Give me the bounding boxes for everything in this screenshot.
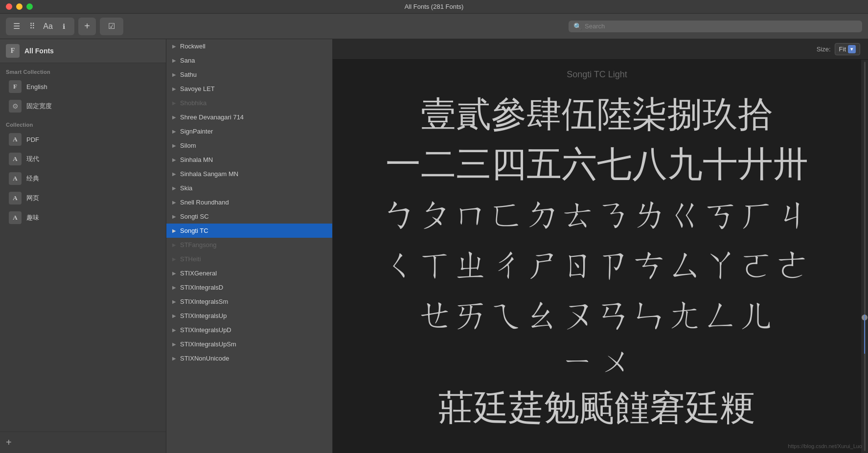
- expand-arrow: ▶: [172, 228, 176, 233]
- classic-icon: A: [9, 172, 22, 185]
- search-icon: 🔍: [573, 23, 582, 30]
- english-label: English: [26, 83, 47, 91]
- sidebar-item-fun[interactable]: A 趣味: [3, 208, 163, 227]
- font-name: STIXNonUnicode: [180, 355, 229, 362]
- expand-arrow: ▶: [172, 86, 176, 91]
- fixed-width-label: 固定宽度: [26, 102, 52, 111]
- sidebar-item-web[interactable]: A 网页: [3, 189, 163, 207]
- view-controls: ☰ ⠿ Aa ℹ: [6, 18, 74, 35]
- list-item[interactable]: ▶Sinhala MN: [166, 153, 332, 167]
- font-name: Sinhala MN: [180, 156, 213, 163]
- list-item[interactable]: ▶SignPainter: [166, 124, 332, 138]
- font-name: Shobhika: [180, 99, 206, 107]
- expand-arrow: ▶: [172, 242, 176, 248]
- list-item[interactable]: ▶Songti SC: [166, 209, 332, 224]
- font-name: Sana: [180, 57, 195, 64]
- check-button[interactable]: ☑: [100, 18, 123, 35]
- list-item[interactable]: ▶Savoye LET: [166, 82, 332, 96]
- list-item[interactable]: ▶STFangsong: [166, 238, 332, 252]
- fun-icon: A: [9, 211, 22, 224]
- info-button[interactable]: ℹ: [57, 20, 70, 33]
- font-name: STIXIntegralsUp: [180, 312, 227, 319]
- preview-line-1: 壹貳參肆伍陸柒捌玖拾: [352, 93, 842, 136]
- expand-arrow: ▶: [172, 157, 176, 162]
- add-button[interactable]: +: [78, 18, 96, 35]
- minimize-button[interactable]: [16, 3, 23, 10]
- font-name: SignPainter: [180, 128, 213, 135]
- modern-icon: A: [9, 153, 22, 165]
- toolbar: ☰ ⠿ Aa ℹ + ☑ 🔍: [0, 14, 868, 39]
- search-bar: 🔍: [569, 21, 862, 32]
- size-value: Fit: [839, 45, 846, 53]
- list-item[interactable]: ▶STIXIntegralsD: [166, 280, 332, 294]
- sidebar-item-pdf[interactable]: A PDF: [3, 130, 163, 149]
- expand-arrow: ▶: [172, 214, 176, 219]
- list-item-songti-tc[interactable]: ▶Songti TC: [166, 224, 332, 238]
- list-item[interactable]: ▶Sinhala Sangam MN: [166, 167, 332, 181]
- grid-icon: ⠿: [29, 22, 35, 31]
- list-item[interactable]: ▶Rockwell: [166, 39, 332, 53]
- font-name: Savoye LET: [180, 85, 215, 92]
- list-item[interactable]: ▶STIXNonUnicode: [166, 351, 332, 365]
- list-item[interactable]: ▶Shobhika: [166, 96, 332, 110]
- close-button[interactable]: [6, 3, 12, 10]
- preview-url: https://blog.csdn.net/Xurui_Luo: [788, 443, 862, 449]
- expand-arrow: ▶: [172, 356, 176, 361]
- expand-arrow: ▶: [172, 44, 176, 49]
- list-item[interactable]: ▶Silom: [166, 138, 332, 153]
- list-item[interactable]: ▶STHeiti: [166, 252, 332, 266]
- modern-label: 现代: [26, 155, 39, 163]
- collection-label: Collection: [0, 116, 166, 130]
- expand-arrow: ▶: [172, 58, 176, 63]
- list-item[interactable]: ▶Skia: [166, 181, 332, 195]
- font-name: Sinhala Sangam MN: [180, 170, 238, 178]
- sidebar-item-fixed-width[interactable]: ⚙ 固定宽度: [3, 97, 163, 115]
- list-item[interactable]: ▶Shree Devanagari 714: [166, 110, 332, 124]
- all-fonts-header[interactable]: F All Fonts: [0, 39, 166, 63]
- search-input[interactable]: [585, 23, 857, 30]
- gear-icon: ⚙: [9, 100, 22, 113]
- font-name: STFangsong: [180, 241, 216, 249]
- list-item[interactable]: ▶STIXIntegralsSm: [166, 294, 332, 309]
- list-item[interactable]: ▶STIXGeneral: [166, 266, 332, 280]
- list-item[interactable]: ▶STIXIntegralsUpSm: [166, 337, 332, 351]
- size-select[interactable]: Fit ▾: [835, 43, 860, 55]
- font-preview-icon: Aa: [43, 22, 53, 31]
- window-controls[interactable]: [6, 3, 33, 10]
- maximize-button[interactable]: [26, 3, 33, 10]
- preview-content: Songti TC Light 壹貳參肆伍陸柒捌玖拾 一二三四五六七八九十廾卅 …: [333, 60, 868, 453]
- expand-arrow: ▶: [172, 200, 176, 205]
- expand-arrow: ▶: [172, 171, 176, 177]
- sidebar-add-button[interactable]: +: [6, 437, 12, 448]
- preview-line-4: ㄑㄒㄓㄔㄕㄖㄗㄘㄙㄚㄛㄜ: [352, 244, 842, 286]
- preview-line-3: ㄅㄆㄇㄈㄉㄊㄋㄌㄍㄎㄏㄐ: [352, 194, 842, 236]
- sidebar-item-modern[interactable]: A 现代: [3, 150, 163, 168]
- chevron-down-icon: ▾: [848, 45, 856, 53]
- sidebar: F All Fonts Smart Collection F English ⚙…: [0, 39, 166, 453]
- sidebar-item-english[interactable]: F English: [3, 77, 163, 96]
- check-icon: ☑: [108, 22, 115, 31]
- smart-collection-label: Smart Collection: [0, 63, 166, 77]
- sidebar-toggle-button[interactable]: ☰: [10, 20, 23, 33]
- expand-arrow: ▶: [172, 285, 176, 290]
- sidebar-item-classic[interactable]: A 经典: [3, 169, 163, 188]
- list-item[interactable]: ▶STIXIntegralsUp: [166, 309, 332, 323]
- list-item[interactable]: ▶Sana: [166, 53, 332, 68]
- list-item[interactable]: ▶Snell Roundhand: [166, 195, 332, 209]
- grid-view-button[interactable]: ⠿: [25, 20, 39, 33]
- scrollbar[interactable]: [861, 60, 868, 453]
- list-item[interactable]: ▶Sathu: [166, 68, 332, 82]
- web-label: 网页: [26, 194, 39, 203]
- expand-arrow: ▶: [172, 185, 176, 191]
- scrollbar-line: [864, 315, 865, 354]
- font-name: Silom: [180, 142, 196, 149]
- plus-icon: +: [84, 21, 90, 32]
- preview-line-2: 一二三四五六七八九十廾卅: [352, 143, 842, 185]
- font-name: STIXIntegralsD: [180, 284, 223, 291]
- window-title: All Fonts (281 Fonts): [405, 3, 464, 10]
- font-preview-button[interactable]: Aa: [41, 20, 55, 33]
- all-fonts-title: All Fonts: [24, 47, 54, 55]
- list-item[interactable]: ▶STIXIntegralsUpD: [166, 323, 332, 337]
- info-icon: ℹ: [63, 23, 65, 30]
- expand-arrow: ▶: [172, 313, 176, 318]
